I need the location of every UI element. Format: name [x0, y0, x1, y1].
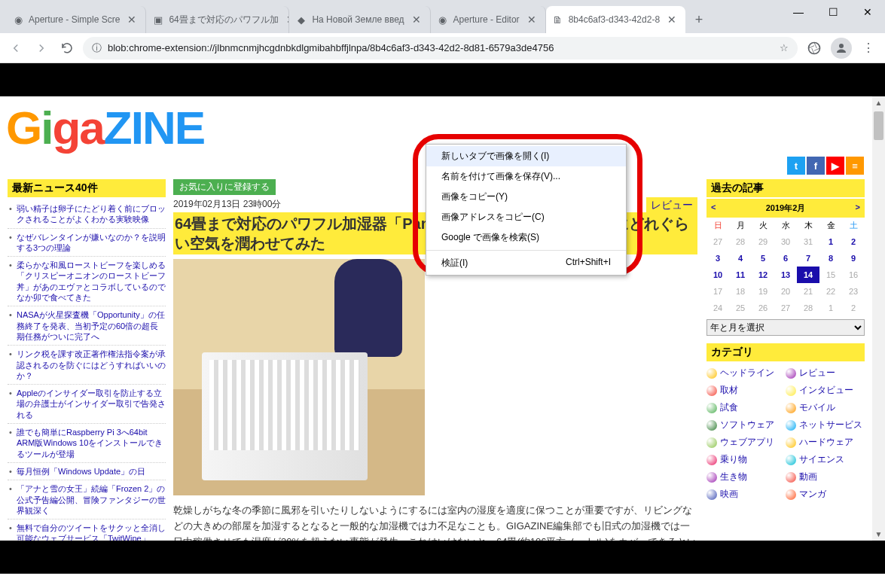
- cal-prev-button[interactable]: <: [711, 203, 716, 212]
- twitter-icon[interactable]: t: [787, 157, 805, 175]
- tab-4[interactable]: 🗎8b4c6af3-d343-42d2-8✕: [546, 6, 685, 33]
- favorite-button[interactable]: お気に入りに登録する: [173, 179, 276, 195]
- cal-day: 20: [774, 283, 797, 300]
- news-link[interactable]: リンク税を課す改正著作権法指令案が承認されるのを防ぐにはどうすればいいのか？: [17, 349, 166, 380]
- tab-title: 8b4c6af3-d343-42d2-8: [569, 14, 660, 25]
- cal-day[interactable]: 3: [706, 250, 729, 267]
- category-link[interactable]: ハードウェア: [799, 436, 853, 449]
- category-link[interactable]: サイエンス: [799, 453, 844, 466]
- cal-day[interactable]: 9: [842, 250, 865, 267]
- bookmark-star-icon[interactable]: ☆: [780, 42, 789, 53]
- tab-1[interactable]: ▣64畳まで対応のパワフル加✕: [146, 6, 289, 33]
- category-link[interactable]: 試食: [720, 401, 738, 414]
- url-text: blob:chrome-extension://jlbnmcnmjhcgdnbk…: [108, 42, 774, 53]
- category-link[interactable]: 生き物: [720, 471, 747, 483]
- news-link[interactable]: 無料で自分のツイートをサクッと全消し可能なウェブサービス「TwitWipe」: [17, 523, 166, 541]
- cal-day: 29: [752, 233, 774, 250]
- category-link[interactable]: 映画: [720, 488, 738, 501]
- news-link[interactable]: なぜバレンタインが嫌いなのか？を説明する3つの理論: [17, 233, 166, 252]
- tab-3[interactable]: ◉Aperture - Editor✕: [431, 6, 546, 33]
- news-link[interactable]: 柔らかな和風ローストビーフを楽しめる「クリスピーオニオンのローストビーフ丼」があ…: [17, 260, 166, 302]
- facebook-icon[interactable]: f: [807, 157, 825, 175]
- gigazine-logo[interactable]: GigaZINE: [6, 101, 255, 154]
- cal-day[interactable]: 11: [729, 267, 752, 283]
- category-link[interactable]: 乗り物: [720, 453, 747, 466]
- year-month-select[interactable]: 年と月を選択: [706, 319, 865, 336]
- cal-day[interactable]: 2: [842, 233, 865, 250]
- news-link[interactable]: 誰でも簡単にRaspberry Pi 3へ64bit ARM版Windows 1…: [17, 428, 163, 459]
- close-icon[interactable]: ✕: [664, 14, 679, 26]
- close-icon[interactable]: ✕: [283, 14, 290, 26]
- cal-day[interactable]: 6: [774, 250, 797, 267]
- category-link[interactable]: レビュー: [799, 367, 835, 379]
- cal-day[interactable]: 12: [752, 267, 774, 283]
- category-dot-icon: [786, 403, 796, 413]
- chrome-menu-button[interactable]: ⋮: [858, 41, 879, 55]
- close-icon[interactable]: ✕: [409, 14, 424, 26]
- news-link[interactable]: 弱い精子は卵子にたどり着く前にブロックされることがよくわかる実験映像: [17, 204, 166, 224]
- category-link[interactable]: マンガ: [799, 488, 826, 501]
- cal-day[interactable]: 10: [706, 267, 729, 283]
- review-category-link[interactable]: レビュー: [646, 197, 697, 214]
- news-link[interactable]: 「アナと雪の女王」続編「Frozen 2」の公式予告編公開、冒険ファンタジーの世…: [17, 484, 166, 515]
- news-link[interactable]: Appleのインサイダー取引を防止する立場の弁護士がインサイダー取引で告発される: [17, 388, 166, 419]
- category-link[interactable]: 動画: [799, 471, 817, 483]
- category-link[interactable]: ネットサービス: [799, 419, 862, 431]
- address-bar[interactable]: ⓘ blob:chrome-extension://jlbnmcnmjhcgdn…: [83, 37, 798, 59]
- cal-day[interactable]: 1: [819, 233, 842, 250]
- reload-button[interactable]: [57, 38, 77, 58]
- rss-icon[interactable]: ≡: [846, 157, 864, 175]
- ctx-menu-item[interactable]: Google で画像を検索(S): [426, 227, 626, 248]
- context-menu: 新しいタブで画像を開く(I)名前を付けて画像を保存(V)...画像をコピー(Y)…: [426, 144, 627, 276]
- news-link[interactable]: NASAが火星探査機「Opportunity」の任務終了を発表、当初予定の60倍…: [17, 310, 165, 341]
- category-link[interactable]: ウェブアプリ: [720, 436, 774, 449]
- new-tab-button[interactable]: +: [688, 9, 710, 30]
- category-dot-icon: [786, 489, 796, 500]
- tab-0[interactable]: ◉Aperture - Simple Scre✕: [6, 6, 146, 33]
- close-icon[interactable]: ✕: [124, 14, 139, 26]
- close-icon[interactable]: ✕: [524, 14, 539, 26]
- category-link[interactable]: ソフトウェア: [720, 419, 774, 431]
- cal-next-button[interactable]: >: [856, 203, 860, 212]
- news-link[interactable]: 毎月恒例「Windows Update」の日: [17, 467, 145, 476]
- ctx-menu-item[interactable]: 名前を付けて画像を保存(V)...: [426, 166, 626, 187]
- back-button[interactable]: [6, 38, 26, 58]
- past-articles-header: 過去の記事: [706, 179, 865, 197]
- article-image[interactable]: [173, 259, 425, 495]
- ctx-inspect[interactable]: 検証(I)Ctrl+Shift+I: [426, 253, 626, 273]
- scroll-up-arrow[interactable]: ▲: [872, 96, 885, 109]
- minimize-button[interactable]: —: [781, 0, 816, 24]
- category-link[interactable]: 取材: [720, 384, 738, 397]
- ctx-menu-item[interactable]: 新しいタブで画像を開く(I): [426, 146, 626, 166]
- forward-button[interactable]: [32, 38, 51, 58]
- tab-2[interactable]: ◆На Новой Земле введ✕: [289, 6, 430, 33]
- scroll-down-arrow[interactable]: ▼: [872, 528, 885, 541]
- aperture-extension-icon[interactable]: [804, 38, 825, 59]
- cal-day[interactable]: 14: [797, 267, 819, 283]
- vertical-scrollbar[interactable]: ▲ ▼: [872, 96, 885, 541]
- close-button[interactable]: ✕: [850, 0, 885, 24]
- cal-day[interactable]: 7: [797, 250, 819, 267]
- tab-strip: ◉Aperture - Simple Scre✕ ▣64畳まで対応のパワフル加✕…: [0, 0, 781, 33]
- maximize-button[interactable]: ☐: [816, 0, 850, 24]
- cal-day[interactable]: 5: [752, 250, 774, 267]
- cal-day[interactable]: 8: [819, 250, 842, 267]
- ctx-menu-item[interactable]: 画像アドレスをコピー(C): [426, 207, 626, 227]
- tab-title: На Новой Земле введ: [312, 14, 404, 25]
- cal-day: 27: [706, 233, 729, 250]
- category-dot-icon: [706, 368, 717, 379]
- cal-day[interactable]: 13: [774, 267, 797, 283]
- category-link[interactable]: モバイル: [799, 401, 835, 414]
- info-icon[interactable]: ⓘ: [92, 41, 102, 55]
- cal-day: 2: [842, 300, 865, 316]
- article-body: 乾燥しがちな冬の季節に風邪を引いたりしないようにするには室内の湿度を適度に保つこ…: [173, 503, 697, 541]
- scroll-thumb[interactable]: [874, 111, 883, 140]
- top-black-bar: [0, 63, 885, 96]
- youtube-icon[interactable]: ▶: [826, 157, 844, 175]
- category-link[interactable]: ヘッドライン: [720, 367, 774, 379]
- category-link[interactable]: インタビュー: [799, 384, 853, 397]
- favicon: ◉: [12, 14, 24, 26]
- ctx-menu-item[interactable]: 画像をコピー(Y): [426, 187, 626, 207]
- profile-button[interactable]: [831, 38, 852, 59]
- cal-day[interactable]: 4: [729, 250, 752, 267]
